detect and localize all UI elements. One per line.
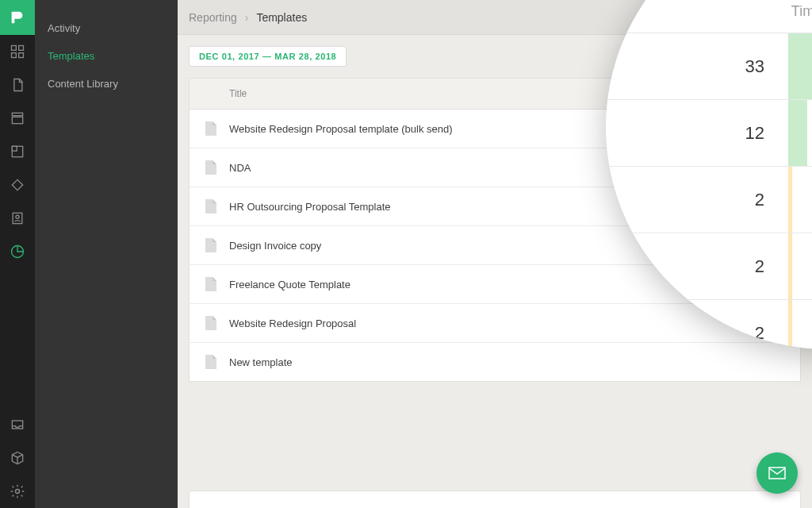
document-icon [204, 237, 218, 253]
date-range-picker[interactable]: DEC 01, 2017 — MAR 28, 2018 [189, 46, 347, 67]
compose-fab[interactable] [756, 452, 798, 494]
reporting-icon[interactable] [0, 235, 35, 268]
svg-rect-5 [12, 117, 22, 123]
svg-rect-4 [12, 113, 22, 115]
dashboard-icon[interactable] [0, 35, 35, 68]
lens-count: 2 [606, 190, 788, 210]
settings-icon[interactable] [0, 475, 35, 508]
document-icon [204, 276, 218, 292]
addons-icon[interactable] [0, 441, 35, 475]
svg-point-9 [16, 215, 19, 218]
svg-rect-3 [19, 53, 24, 58]
sidebar-item-activity[interactable]: Activity [35, 14, 178, 42]
lens-row: 23.77% [606, 166, 812, 233]
sidebar-item-content-library[interactable]: Content Library [35, 70, 178, 98]
app-logo[interactable] [0, 0, 35, 35]
lens-bar [788, 300, 792, 349]
lens-bar-cell [788, 300, 812, 349]
svg-rect-1 [19, 46, 24, 51]
lens-bar-cell [788, 33, 812, 99]
lens-bar-cell [788, 167, 812, 233]
svg-rect-2 [12, 53, 17, 58]
lens-row: 3362.26% [606, 33, 812, 99]
envelope-icon [768, 464, 787, 483]
documents-icon[interactable] [0, 68, 35, 102]
icon-rail [0, 0, 35, 508]
row-title: New template [229, 356, 292, 368]
catalog-icon[interactable] [0, 168, 35, 202]
row-title: Design Invoice copy [229, 240, 321, 252]
document-icon [204, 315, 218, 331]
inbox-icon[interactable] [0, 408, 35, 441]
sidebar-item-templates[interactable]: Templates [35, 42, 178, 70]
row-title: Freelance Quote Template [229, 279, 350, 291]
sidebar: Activity Templates Content Library [35, 0, 178, 508]
lens-bar [788, 100, 807, 166]
row-title: Website Redesign Proposal [229, 318, 356, 329]
document-icon [204, 354, 218, 370]
chevron-right-icon: › [245, 11, 249, 24]
table-row[interactable]: New template [190, 343, 800, 381]
lens-bar-cell [788, 233, 812, 299]
breadcrumb-current: Templates [256, 11, 307, 24]
svg-rect-7 [12, 146, 17, 151]
lens-count: 33 [606, 56, 788, 77]
lens-bar [788, 233, 792, 299]
svg-rect-0 [12, 46, 17, 51]
document-icon [204, 121, 218, 137]
row-title: NDA [229, 162, 251, 174]
main: Reporting › Templates DEC 01, 2017 — MAR… [178, 0, 812, 508]
templates-icon[interactable] [0, 102, 35, 135]
svg-point-12 [16, 490, 20, 494]
lens-count: 12 [606, 123, 788, 144]
breadcrumb-root[interactable]: Reporting [189, 11, 237, 24]
lens-bar [788, 33, 812, 99]
svg-rect-6 [12, 146, 22, 156]
document-icon [204, 160, 218, 175]
row-title: Website Redesign Proposal template (bulk… [229, 123, 453, 135]
bottom-panel [189, 491, 801, 508]
row-title: HR Outsourcing Proposal Template [229, 201, 391, 213]
contacts-icon[interactable] [0, 202, 35, 235]
document-icon [204, 198, 218, 214]
lens-bar-cell [788, 100, 812, 166]
lens-row: 1222.64% [606, 99, 812, 166]
lens-bar [788, 167, 792, 233]
library-icon[interactable] [0, 135, 35, 168]
